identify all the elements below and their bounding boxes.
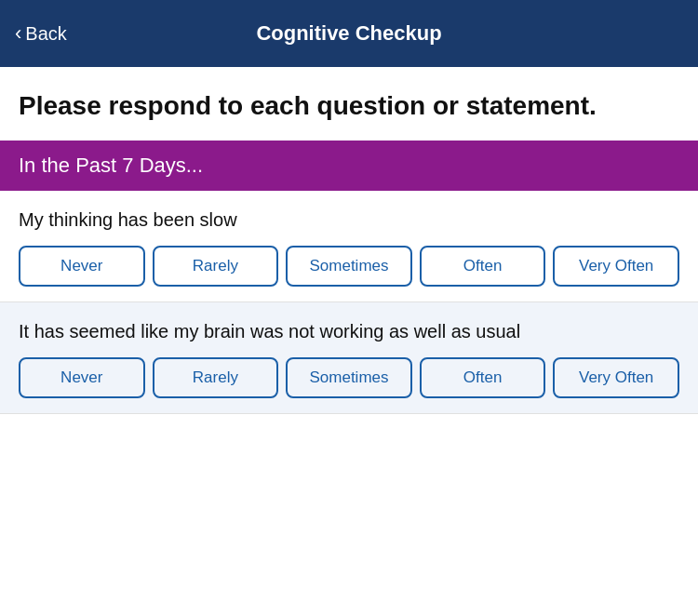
options-row-2: NeverRarelySometimesOftenVery Often (19, 357, 679, 398)
back-button[interactable]: ‹ Back (15, 23, 67, 45)
option-2-sometimes[interactable]: Sometimes (286, 357, 412, 398)
question-block-2: It has seemed like my brain was not work… (0, 302, 698, 414)
section-header: In the Past 7 Days... (0, 141, 698, 191)
back-chevron-icon: ‹ (15, 23, 21, 44)
option-2-very-often[interactable]: Very Often (553, 357, 679, 398)
header: ‹ Back Cognitive Checkup (0, 0, 698, 67)
question-text-1: My thinking has been slow (19, 208, 679, 233)
questions-container: My thinking has been slowNeverRarelySome… (0, 191, 698, 414)
option-1-very-often[interactable]: Very Often (553, 246, 679, 287)
option-1-often[interactable]: Often (420, 246, 546, 287)
option-2-rarely[interactable]: Rarely (153, 357, 279, 398)
back-label: Back (25, 23, 66, 45)
question-text-2: It has seemed like my brain was not work… (19, 319, 679, 344)
option-2-never[interactable]: Never (19, 357, 145, 398)
page-title: Cognitive Checkup (256, 21, 441, 46)
section-header-text: In the Past 7 Days... (19, 154, 203, 177)
option-2-often[interactable]: Often (420, 357, 546, 398)
instructions-text: Please respond to each question or state… (19, 89, 679, 122)
option-1-sometimes[interactable]: Sometimes (286, 246, 412, 287)
instructions-section: Please respond to each question or state… (0, 67, 698, 141)
option-1-rarely[interactable]: Rarely (153, 246, 279, 287)
question-block-1: My thinking has been slowNeverRarelySome… (0, 191, 698, 302)
option-1-never[interactable]: Never (19, 246, 145, 287)
options-row-1: NeverRarelySometimesOftenVery Often (19, 246, 679, 287)
